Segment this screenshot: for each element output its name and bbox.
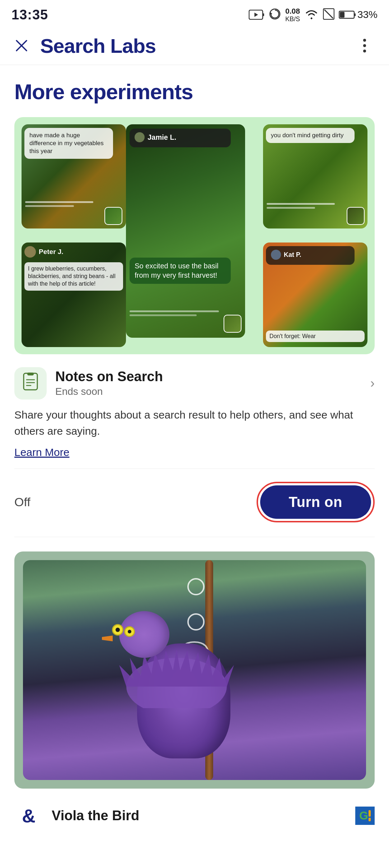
post-author-peter: Peter J. — [24, 246, 123, 259]
collage-image-center: Jamie L. So excited to use the basil fro… — [126, 124, 245, 338]
feature-title-row: Notes on Search Ends soon › — [14, 367, 375, 400]
post-text-peter: I grew blueberries, cucumbers, blackberr… — [24, 262, 123, 290]
app-bar-left: Search Labs — [11, 34, 156, 57]
feature-icon-box — [14, 367, 47, 400]
bird-collage — [14, 551, 375, 789]
lines-mock-1 — [25, 201, 122, 207]
watermark-bars — [369, 810, 371, 821]
close-icon — [14, 38, 29, 53]
bird-feature-name: Viola the Bird — [52, 808, 139, 823]
bird-icon-box: & — [14, 802, 43, 830]
main-content: More experiments have made a huge differ… — [0, 65, 389, 837]
thumbnail-mini-center — [224, 315, 242, 333]
turn-on-button-wrapper: Turn on — [257, 482, 375, 522]
bird-ampersand-icon: & — [22, 805, 36, 827]
app-bar-title: Search Labs — [40, 34, 156, 57]
close-button[interactable] — [11, 36, 32, 56]
turn-on-button[interactable]: Turn on — [260, 485, 371, 519]
feature-description: Share your thoughts about a search resul… — [14, 407, 375, 439]
screen-record-icon — [249, 10, 264, 20]
collage-image-1: have made a huge difference in my vegeta… — [22, 124, 126, 228]
feature-status: Off — [14, 495, 31, 509]
chevron-right-icon[interactable]: › — [370, 376, 375, 391]
bird-eye-2 — [124, 626, 135, 637]
network-speed: 0.08 KB/S — [285, 6, 300, 23]
svg-rect-9 — [340, 12, 345, 18]
avatar-jamie — [135, 132, 145, 142]
post-author-kat: Kat P. — [266, 246, 355, 265]
author-peter: Peter J. — [39, 248, 64, 256]
toggle-row: Off Turn on — [14, 469, 375, 537]
wifi-icon — [304, 9, 319, 21]
svg-rect-8 — [355, 13, 356, 16]
collage-image-4: Peter J. I grew blueberries, cucumbers, … — [22, 243, 126, 347]
feature-icon-title[interactable]: Notes on Search Ends soon — [14, 367, 163, 400]
post-text-jamie: So excited to use the basil from my very… — [130, 258, 231, 284]
no-sim-icon — [323, 8, 334, 21]
post-text-1: have made a huge difference in my vegeta… — [24, 128, 113, 159]
feature-text-block: Notes on Search Ends soon — [55, 369, 163, 397]
bird-image-container — [23, 560, 366, 780]
bird-feature-info: & Viola the Bird G — [14, 789, 375, 837]
svg-rect-2 — [263, 13, 264, 16]
phone-screen: 13:35 0.08 KB/S — [0, 0, 389, 868]
learn-more-link[interactable]: Learn More — [14, 446, 69, 458]
app-bar: Search Labs — [0, 27, 389, 65]
garden-collage: have made a huge difference in my vegeta… — [14, 117, 375, 354]
avatar-row-jamie: Jamie L. — [135, 132, 226, 142]
bird-beak — [102, 634, 116, 644]
status-icons: 0.08 KB/S — [249, 6, 378, 23]
avatar-row-kat: Kat P. — [271, 250, 350, 260]
refresh-icon — [269, 8, 281, 22]
collage-image-5: Kat P. Don't forget: Wear — [263, 243, 367, 347]
battery-icon: 33% — [339, 9, 378, 20]
thumbnail-mini-3 — [347, 207, 365, 225]
battery-percent: 33% — [357, 9, 378, 20]
svg-rect-12 — [24, 373, 37, 390]
watermark-g: G — [359, 809, 367, 822]
post-text-kat: Don't forget: Wear — [266, 331, 365, 342]
feature-name: Notes on Search — [55, 369, 163, 384]
status-time: 13:35 — [11, 7, 48, 23]
feature-tag: Ends soon — [55, 386, 163, 397]
more-options-button[interactable] — [355, 36, 375, 56]
gadgets-watermark: G — [355, 807, 375, 825]
notes-icon — [21, 372, 40, 395]
thumbnail-mini-1 — [104, 207, 122, 225]
bird-icon-title[interactable]: & Viola the Bird — [14, 802, 139, 830]
svg-line-6 — [324, 10, 333, 18]
viola-bird-card: & Viola the Bird G — [14, 551, 375, 837]
avatar-peter — [24, 246, 36, 258]
avatar-kat — [271, 250, 281, 260]
svg-marker-1 — [254, 13, 258, 17]
author-kat: Kat P. — [284, 251, 301, 259]
more-icon — [360, 36, 369, 55]
author-jamie: Jamie L. — [147, 133, 176, 142]
svg-rect-13 — [27, 373, 34, 375]
notes-feature-info: Notes on Search Ends soon › Share your t… — [14, 354, 375, 469]
status-bar: 13:35 0.08 KB/S — [0, 0, 389, 27]
section-title: More experiments — [14, 79, 375, 104]
post-text-dirty: you don't mind getting dirty — [266, 128, 355, 143]
collage-image-3: you don't mind getting dirty — [263, 124, 367, 228]
post-author-jamie: Jamie L. — [130, 129, 231, 147]
avatar-row-peter: Peter J. — [24, 246, 123, 258]
